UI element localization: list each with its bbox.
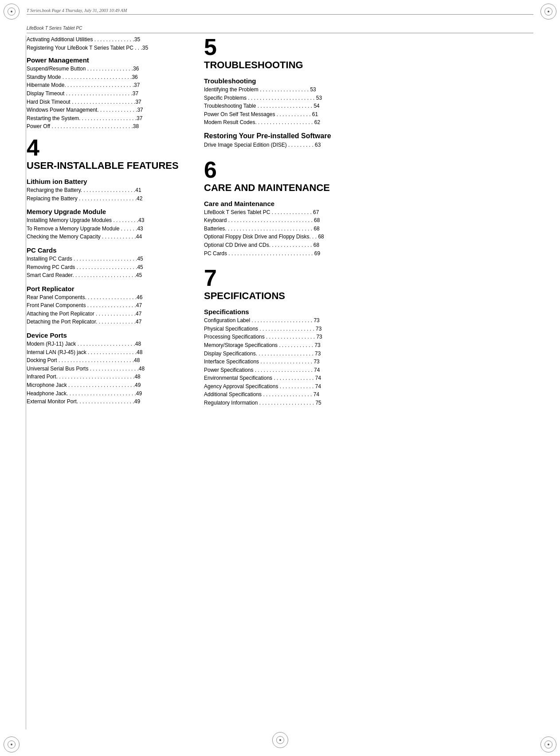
lib-entry-0: Recharging the Battery. . . . . . . . . … (27, 186, 186, 195)
section-6-num: 6 (204, 158, 533, 181)
section-4-block: 4 USER-INSTALLABLE FEATURES Lithium ion … (27, 136, 186, 406)
section-4-num: 4 (27, 136, 186, 159)
pm-entry-4: Hard Disk Timeout . . . . . . . . . . . … (27, 98, 186, 106)
spec-entry-3: Memory/Storage Specifications . . . . . … (204, 341, 533, 350)
port-replicator-heading: Port Replicator (27, 285, 186, 292)
spec-entry-9: Additional Specifications . . . . . . . … (204, 390, 533, 399)
section-7-title: SPECIFICATIONS (204, 290, 533, 302)
pc-cards-block: PC Cards Installing PC Cards . . . . . .… (27, 246, 186, 280)
pm-entry-6: Restarting the System. . . . . . . . . .… (27, 114, 186, 123)
section-7-num: 7 (204, 266, 533, 289)
corner-mark-tr (540, 4, 556, 19)
spec-entry-7: Environmental Specifications . . . . . .… (204, 374, 533, 382)
book-info-bar: T Series.book Page 4 Thursday, July 31, … (27, 8, 533, 15)
intro-entry-1: Registering Your LifeBook T Series Table… (27, 44, 186, 52)
section-5-num: 5 (204, 35, 533, 58)
restore-entry-0: Drive Image Special Edition (DISE) . . .… (204, 141, 533, 149)
pm-entry-7: Power Off . . . . . . . . . . . . . . . … (27, 122, 186, 131)
ts-entry-3: Power On Self Test Messages . . . . . . … (204, 110, 533, 119)
spec-entry-10: Regulatory Information . . . . . . . . .… (204, 399, 533, 407)
bottom-center-mark (272, 732, 288, 748)
device-ports-heading: Device Ports (27, 331, 186, 339)
mem-entry-1: To Remove a Memory Upgrade Module . . . … (27, 225, 186, 233)
cm-entry-4: Optional CD Drive and CDs. . . . . . . .… (204, 241, 533, 249)
pr-entry-1: Front Panel Components . . . . . . . . .… (27, 301, 186, 310)
ts-entry-1: Specific Problems . . . . . . . . . . . … (204, 94, 533, 102)
book-info-text: T Series.book Page 4 Thursday, July 31, … (27, 8, 127, 13)
memory-upgrade-heading: Memory Upgrade Module (27, 208, 186, 215)
pm-entry-5: Windows Power Management. . . . . . . . … (27, 106, 186, 114)
spec-entry-0: Configuration Label . . . . . . . . . . … (204, 316, 533, 325)
spec-entry-8: Agency Approval Specifications . . . . .… (204, 382, 533, 391)
corner-mark-br (540, 737, 556, 752)
cm-entry-5: PC Cards . . . . . . . . . . . . . . . .… (204, 249, 533, 258)
pr-entry-3: Detaching the Port Replicator. . . . . .… (27, 318, 186, 326)
ts-entry-4: Modem Result Codes. . . . . . . . . . . … (204, 118, 533, 127)
pm-entry-0: Suspend/Resume Button . . . . . . . . . … (27, 65, 186, 73)
dp-entry-3: Universal Serial Bus Ports . . . . . . .… (27, 365, 186, 373)
port-replicator-block: Port Replicator Rear Panel Components. .… (27, 285, 186, 326)
pc-entry-2: Smart Card Reader. . . . . . . . . . . .… (27, 271, 186, 280)
ts-entry-0: Identifying the Problem . . . . . . . . … (204, 86, 533, 94)
device-ports-block: Device Ports Modem (RJ-11) Jack . . . . … (27, 331, 186, 406)
pr-entry-0: Rear Panel Components. . . . . . . . . .… (27, 293, 186, 302)
left-column: Activating Additional Utilities . . . . … (27, 35, 186, 729)
specifications-block: Specifications Configuration Label . . .… (204, 308, 533, 407)
lithium-battery-block: Lithium ion Battery Recharging the Batte… (27, 178, 186, 203)
corner-mark-bl (4, 737, 20, 752)
cm-entry-2: Batteries. . . . . . . . . . . . . . . .… (204, 225, 533, 233)
care-maintenance-block: Care and Maintenance LifeBook T Series T… (204, 200, 533, 258)
section-7-block: 7 SPECIFICATIONS Specifications Configur… (204, 266, 533, 407)
pm-entry-3: Display Timeout . . . . . . . . . . . . … (27, 90, 186, 98)
spec-entry-5: Interface Specifications . . . . . . . .… (204, 358, 533, 366)
section-4-title: USER-INSTALLABLE FEATURES (27, 160, 186, 171)
series-label: LifeBook T Series Tablet PC (27, 26, 82, 31)
section-6-block: 6 CARE AND MAINTENANCE Care and Maintena… (204, 158, 533, 258)
dp-entry-1: Internal LAN (RJ-45) jack . . . . . . . … (27, 348, 186, 357)
mem-entry-0: Installing Memory Upgrade Modules . . . … (27, 216, 186, 225)
memory-upgrade-block: Memory Upgrade Module Installing Memory … (27, 208, 186, 241)
spec-entry-1: Physical Specifications . . . . . . . . … (204, 325, 533, 333)
spec-entry-4: Display Specifications. . . . . . . . . … (204, 350, 533, 358)
section-5-title: TROUBLESHOOTING (204, 59, 533, 71)
cm-entry-1: Keyboard . . . . . . . . . . . . . . . .… (204, 216, 533, 225)
section-6-title: CARE AND MAINTENANCE (204, 182, 533, 194)
dp-entry-5: Microphone Jack . . . . . . . . . . . . … (27, 381, 186, 390)
dp-entry-0: Modem (RJ-11) Jack . . . . . . . . . . .… (27, 340, 186, 348)
troubleshooting-block: Troubleshooting Identifying the Problem … (204, 77, 533, 127)
series-header-rule: LifeBook T Series Tablet PC (27, 24, 533, 33)
lithium-battery-heading: Lithium ion Battery (27, 178, 186, 185)
specifications-heading: Specifications (204, 308, 533, 316)
cm-entry-3: Optional Floppy Disk Drive and Floppy Di… (204, 233, 533, 241)
pm-entry-2: Hibernate Mode. . . . . . . . . . . . . … (27, 81, 186, 90)
spec-entry-2: Processing Specifications . . . . . . . … (204, 333, 533, 341)
ts-entry-2: Troubleshooting Table . . . . . . . . . … (204, 102, 533, 110)
pc-entry-0: Installing PC Cards . . . . . . . . . . … (27, 255, 186, 263)
intro-entries: Activating Additional Utilities . . . . … (27, 35, 186, 52)
right-column: 5 TROUBLESHOOTING Troubleshooting Identi… (204, 35, 533, 729)
lib-entry-1: Replacing the Battery . . . . . . . . . … (27, 195, 186, 203)
cm-entry-0: LifeBook T Series Tablet PC . . . . . . … (204, 208, 533, 217)
care-maintenance-heading: Care and Maintenance (204, 200, 533, 207)
pm-entry-1: Standby Mode . . . . . . . . . . . . . .… (27, 73, 186, 82)
dp-entry-2: Docking Port . . . . . . . . . . . . . .… (27, 356, 186, 365)
corner-mark-tl (4, 4, 20, 19)
pc-cards-heading: PC Cards (27, 246, 186, 254)
troubleshooting-heading: Troubleshooting (204, 77, 533, 85)
pc-entry-1: Removing PC Cards . . . . . . . . . . . … (27, 263, 186, 272)
dp-entry-7: External Monitor Port. . . . . . . . . .… (27, 397, 186, 406)
section-5-block: 5 TROUBLESHOOTING Troubleshooting Identi… (204, 35, 533, 149)
spec-entry-6: Power Specifications . . . . . . . . . .… (204, 366, 533, 374)
power-management-block: Power Management Suspend/Resume Button .… (27, 56, 186, 131)
restoring-block: Restoring Your Pre-installed Software Dr… (204, 132, 533, 149)
pr-entry-2: Attaching the Port Replicator . . . . . … (27, 310, 186, 318)
power-management-heading: Power Management (27, 56, 186, 64)
power-management-entries: Suspend/Resume Button . . . . . . . . . … (27, 65, 186, 131)
dp-entry-6: Headphone Jack. . . . . . . . . . . . . … (27, 390, 186, 398)
mem-entry-2: Checking the Memory Capacity . . . . . .… (27, 233, 186, 241)
dp-entry-4: Infrared Port. . . . . . . . . . . . . .… (27, 373, 186, 381)
intro-entry-0: Activating Additional Utilities . . . . … (27, 35, 186, 44)
restoring-heading: Restoring Your Pre-installed Software (204, 132, 533, 140)
